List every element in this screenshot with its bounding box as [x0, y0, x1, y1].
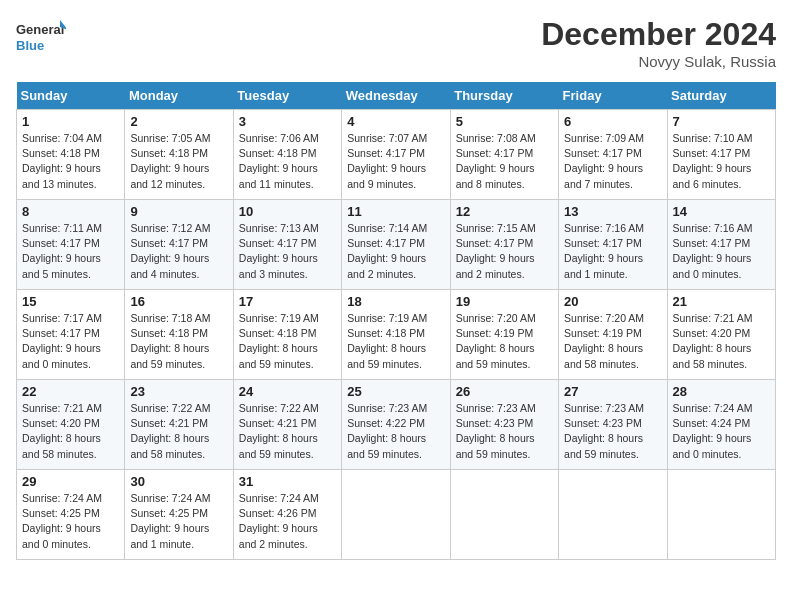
- day-info: Sunrise: 7:07 AMSunset: 4:17 PMDaylight:…: [347, 131, 444, 192]
- calendar-cell: 18Sunrise: 7:19 AMSunset: 4:18 PMDayligh…: [342, 290, 450, 380]
- svg-text:General: General: [16, 22, 64, 37]
- day-info: Sunrise: 7:16 AMSunset: 4:17 PMDaylight:…: [564, 221, 661, 282]
- day-number: 25: [347, 384, 444, 399]
- day-info: Sunrise: 7:13 AMSunset: 4:17 PMDaylight:…: [239, 221, 336, 282]
- day-number: 21: [673, 294, 770, 309]
- day-number: 27: [564, 384, 661, 399]
- day-info: Sunrise: 7:12 AMSunset: 4:17 PMDaylight:…: [130, 221, 227, 282]
- day-number: 29: [22, 474, 119, 489]
- day-info: Sunrise: 7:09 AMSunset: 4:17 PMDaylight:…: [564, 131, 661, 192]
- calendar-cell: [667, 470, 775, 560]
- day-number: 26: [456, 384, 553, 399]
- day-info: Sunrise: 7:20 AMSunset: 4:19 PMDaylight:…: [456, 311, 553, 372]
- day-number: 10: [239, 204, 336, 219]
- day-number: 23: [130, 384, 227, 399]
- calendar-cell: 9Sunrise: 7:12 AMSunset: 4:17 PMDaylight…: [125, 200, 233, 290]
- calendar-cell: 13Sunrise: 7:16 AMSunset: 4:17 PMDayligh…: [559, 200, 667, 290]
- calendar-cell: 6Sunrise: 7:09 AMSunset: 4:17 PMDaylight…: [559, 110, 667, 200]
- day-info: Sunrise: 7:21 AMSunset: 4:20 PMDaylight:…: [22, 401, 119, 462]
- day-info: Sunrise: 7:05 AMSunset: 4:18 PMDaylight:…: [130, 131, 227, 192]
- calendar-cell: 17Sunrise: 7:19 AMSunset: 4:18 PMDayligh…: [233, 290, 341, 380]
- calendar-cell: 19Sunrise: 7:20 AMSunset: 4:19 PMDayligh…: [450, 290, 558, 380]
- day-info: Sunrise: 7:15 AMSunset: 4:17 PMDaylight:…: [456, 221, 553, 282]
- day-info: Sunrise: 7:08 AMSunset: 4:17 PMDaylight:…: [456, 131, 553, 192]
- day-info: Sunrise: 7:23 AMSunset: 4:23 PMDaylight:…: [564, 401, 661, 462]
- col-header-friday: Friday: [559, 82, 667, 110]
- day-number: 31: [239, 474, 336, 489]
- calendar-cell: 7Sunrise: 7:10 AMSunset: 4:17 PMDaylight…: [667, 110, 775, 200]
- calendar-cell: 22Sunrise: 7:21 AMSunset: 4:20 PMDayligh…: [17, 380, 125, 470]
- day-info: Sunrise: 7:10 AMSunset: 4:17 PMDaylight:…: [673, 131, 770, 192]
- logo: General Blue: [16, 16, 66, 56]
- day-number: 19: [456, 294, 553, 309]
- day-number: 2: [130, 114, 227, 129]
- day-number: 16: [130, 294, 227, 309]
- calendar-cell: 1Sunrise: 7:04 AMSunset: 4:18 PMDaylight…: [17, 110, 125, 200]
- calendar-cell: 24Sunrise: 7:22 AMSunset: 4:21 PMDayligh…: [233, 380, 341, 470]
- calendar-cell: [559, 470, 667, 560]
- day-info: Sunrise: 7:24 AMSunset: 4:26 PMDaylight:…: [239, 491, 336, 552]
- day-number: 1: [22, 114, 119, 129]
- day-number: 8: [22, 204, 119, 219]
- day-info: Sunrise: 7:22 AMSunset: 4:21 PMDaylight:…: [130, 401, 227, 462]
- day-number: 20: [564, 294, 661, 309]
- day-info: Sunrise: 7:06 AMSunset: 4:18 PMDaylight:…: [239, 131, 336, 192]
- day-number: 18: [347, 294, 444, 309]
- day-number: 14: [673, 204, 770, 219]
- title-area: December 2024 Novyy Sulak, Russia: [541, 16, 776, 70]
- day-info: Sunrise: 7:19 AMSunset: 4:18 PMDaylight:…: [347, 311, 444, 372]
- col-header-monday: Monday: [125, 82, 233, 110]
- day-info: Sunrise: 7:11 AMSunset: 4:17 PMDaylight:…: [22, 221, 119, 282]
- day-number: 7: [673, 114, 770, 129]
- calendar-cell: 8Sunrise: 7:11 AMSunset: 4:17 PMDaylight…: [17, 200, 125, 290]
- calendar-cell: 29Sunrise: 7:24 AMSunset: 4:25 PMDayligh…: [17, 470, 125, 560]
- calendar-header-row: SundayMondayTuesdayWednesdayThursdayFrid…: [17, 82, 776, 110]
- calendar-cell: 3Sunrise: 7:06 AMSunset: 4:18 PMDaylight…: [233, 110, 341, 200]
- svg-text:Blue: Blue: [16, 38, 44, 53]
- day-info: Sunrise: 7:24 AMSunset: 4:24 PMDaylight:…: [673, 401, 770, 462]
- calendar-cell: 31Sunrise: 7:24 AMSunset: 4:26 PMDayligh…: [233, 470, 341, 560]
- calendar-cell: 27Sunrise: 7:23 AMSunset: 4:23 PMDayligh…: [559, 380, 667, 470]
- day-number: 12: [456, 204, 553, 219]
- calendar-cell: 20Sunrise: 7:20 AMSunset: 4:19 PMDayligh…: [559, 290, 667, 380]
- day-number: 22: [22, 384, 119, 399]
- col-header-tuesday: Tuesday: [233, 82, 341, 110]
- day-info: Sunrise: 7:20 AMSunset: 4:19 PMDaylight:…: [564, 311, 661, 372]
- day-number: 13: [564, 204, 661, 219]
- calendar-week-4: 22Sunrise: 7:21 AMSunset: 4:20 PMDayligh…: [17, 380, 776, 470]
- day-number: 6: [564, 114, 661, 129]
- day-number: 3: [239, 114, 336, 129]
- calendar-week-3: 15Sunrise: 7:17 AMSunset: 4:17 PMDayligh…: [17, 290, 776, 380]
- day-number: 15: [22, 294, 119, 309]
- calendar-cell: 25Sunrise: 7:23 AMSunset: 4:22 PMDayligh…: [342, 380, 450, 470]
- day-number: 30: [130, 474, 227, 489]
- day-info: Sunrise: 7:21 AMSunset: 4:20 PMDaylight:…: [673, 311, 770, 372]
- calendar-cell: 5Sunrise: 7:08 AMSunset: 4:17 PMDaylight…: [450, 110, 558, 200]
- location: Novyy Sulak, Russia: [541, 53, 776, 70]
- calendar-cell: 14Sunrise: 7:16 AMSunset: 4:17 PMDayligh…: [667, 200, 775, 290]
- calendar-week-2: 8Sunrise: 7:11 AMSunset: 4:17 PMDaylight…: [17, 200, 776, 290]
- day-info: Sunrise: 7:17 AMSunset: 4:17 PMDaylight:…: [22, 311, 119, 372]
- calendar-cell: 26Sunrise: 7:23 AMSunset: 4:23 PMDayligh…: [450, 380, 558, 470]
- calendar-cell: 2Sunrise: 7:05 AMSunset: 4:18 PMDaylight…: [125, 110, 233, 200]
- day-number: 28: [673, 384, 770, 399]
- calendar-cell: 28Sunrise: 7:24 AMSunset: 4:24 PMDayligh…: [667, 380, 775, 470]
- day-info: Sunrise: 7:23 AMSunset: 4:23 PMDaylight:…: [456, 401, 553, 462]
- calendar-cell: [342, 470, 450, 560]
- calendar-cell: 10Sunrise: 7:13 AMSunset: 4:17 PMDayligh…: [233, 200, 341, 290]
- calendar-week-5: 29Sunrise: 7:24 AMSunset: 4:25 PMDayligh…: [17, 470, 776, 560]
- col-header-thursday: Thursday: [450, 82, 558, 110]
- day-number: 11: [347, 204, 444, 219]
- calendar-cell: 15Sunrise: 7:17 AMSunset: 4:17 PMDayligh…: [17, 290, 125, 380]
- calendar-week-1: 1Sunrise: 7:04 AMSunset: 4:18 PMDaylight…: [17, 110, 776, 200]
- day-info: Sunrise: 7:19 AMSunset: 4:18 PMDaylight:…: [239, 311, 336, 372]
- month-title: December 2024: [541, 16, 776, 53]
- day-info: Sunrise: 7:24 AMSunset: 4:25 PMDaylight:…: [22, 491, 119, 552]
- col-header-sunday: Sunday: [17, 82, 125, 110]
- calendar-cell: [450, 470, 558, 560]
- logo-svg: General Blue: [16, 16, 66, 56]
- day-number: 5: [456, 114, 553, 129]
- calendar-cell: 11Sunrise: 7:14 AMSunset: 4:17 PMDayligh…: [342, 200, 450, 290]
- calendar-table: SundayMondayTuesdayWednesdayThursdayFrid…: [16, 82, 776, 560]
- day-info: Sunrise: 7:23 AMSunset: 4:22 PMDaylight:…: [347, 401, 444, 462]
